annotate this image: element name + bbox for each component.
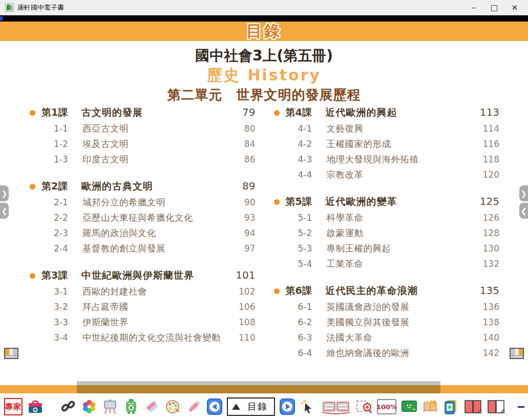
sub-page: 102 (234, 284, 256, 299)
toc-subitem[interactable]: 4-2 王權國家的形成 116 (274, 136, 500, 152)
lesson-page: 125 (478, 195, 499, 207)
sub-title: 王權國家的形成 (327, 136, 478, 152)
toc-lesson-5-link[interactable]: 第5課 近代歐洲的變革 125 (274, 195, 500, 208)
page-corner-right-icon[interactable] (510, 348, 524, 359)
toc-subitem[interactable]: 3-2 拜占庭帝國 106 (30, 299, 256, 314)
page-select-dropdown[interactable]: 目錄 (227, 397, 275, 416)
table-of-contents: 第1課 古文明的發展 79 1-1 西亞古文明 80 1-2 埃及古文明 84 … (30, 106, 499, 373)
toc-lesson-6: 第6課 近代民主的革命浪潮 135 6-1 英國議會政治的發展 136 6-2 … (274, 284, 500, 361)
lesson-number: 第5課 (286, 195, 318, 208)
right-collapse-chevron-icon[interactable]: ❮ (519, 203, 528, 219)
toc-subitem[interactable]: 2-1 城邦分立的希臘文明 90 (30, 195, 256, 210)
one-page-view-icon[interactable] (487, 398, 505, 415)
easel-icon[interactable] (102, 398, 118, 415)
sub-number: 1-2 (54, 136, 74, 152)
toc-column-right: 第4課 近代歐洲的興起 113 4-1 文藝復興 114 4-2 王權國家的形成… (274, 106, 500, 373)
lesson-page: 89 (234, 180, 256, 192)
close-button[interactable]: ✕ (504, 1, 525, 15)
toc-subitem[interactable]: 6-3 法國大革命 140 (274, 330, 500, 345)
toc-subitem[interactable]: 4-4 宗教改革 120 (274, 167, 500, 182)
toc-subitem[interactable]: 5-1 科學革命 126 (274, 210, 500, 225)
toc-subitem[interactable]: 1-2 埃及古文明 84 (30, 136, 256, 152)
toc-subitem[interactable]: 3-4 中世紀後期的文化交流與社會變動 110 (30, 330, 256, 345)
toc-subitem[interactable]: 3-1 西歐的封建社會 102 (30, 284, 256, 299)
lesson-title: 中世紀歐洲與伊斯蘭世界 (81, 269, 234, 282)
toc-subitem[interactable]: 4-3 地理大發現與海外拓殖 118 (274, 152, 500, 167)
marker-icon[interactable] (186, 398, 202, 415)
toolbox-icon[interactable] (27, 398, 44, 415)
sub-number: 5-2 (298, 225, 319, 241)
toc-subitem[interactable]: 1-3 印度古文明 86 (30, 152, 256, 167)
zoom-level-button[interactable]: 100% (377, 399, 396, 414)
toc-subitem[interactable]: 3-3 伊斯蘭世界 108 (30, 314, 256, 330)
lesson-page: 113 (478, 106, 499, 118)
sub-number: 4-2 (298, 136, 319, 152)
sub-number: 1-1 (54, 121, 74, 136)
sub-number: 2-3 (54, 225, 74, 241)
left-collapse-chevron-icon[interactable]: ❮ (0, 203, 9, 219)
maximize-button[interactable]: □ (484, 1, 504, 15)
next-page-button[interactable] (280, 398, 295, 415)
toc-subitem[interactable]: 2-2 亞歷山大東征與希臘化文化 93 (30, 210, 256, 225)
current-page-label: 目錄 (245, 401, 270, 413)
sub-title: 亞歷山大東征與希臘化文化 (82, 210, 234, 225)
zoom-area-icon[interactable] (356, 398, 372, 415)
toc-subitem[interactable]: 2-3 羅馬的政治與文化 94 (30, 225, 256, 241)
toc-lesson-4-link[interactable]: 第4課 近代歐洲的興起 113 (274, 106, 500, 119)
sub-number: 2-1 (54, 195, 74, 210)
toc-lesson-4: 第4課 近代歐洲的興起 113 4-1 文藝復興 114 4-2 王權國家的形成… (274, 106, 500, 182)
open-book-icon[interactable] (321, 398, 351, 415)
sub-number: 4-3 (298, 152, 319, 167)
sub-page: 118 (478, 152, 499, 167)
expert-mode-button[interactable]: 專家 (4, 398, 23, 415)
corner-nib (0, 16, 3, 20)
sub-title: 科學革命 (327, 210, 478, 225)
toc-subitem[interactable]: 4-1 文藝復興 114 (274, 121, 500, 136)
toc-lesson-1-link[interactable]: 第1課 古文明的發展 79 (30, 106, 256, 119)
ebook-stack-icon[interactable] (443, 398, 459, 415)
right-expand-chevron-icon[interactable]: ❯ (519, 185, 528, 201)
bullet-icon (30, 110, 35, 116)
toc-subitem[interactable]: 5-3 專制王權的興起 130 (274, 241, 500, 256)
two-page-view-icon[interactable] (464, 398, 482, 415)
sub-page: 136 (478, 299, 499, 314)
toc-subitem[interactable]: 6-2 美國獨立與其後發展 138 (274, 314, 500, 330)
horizontal-scrollbar-thumb[interactable] (77, 385, 440, 393)
toc-lesson-2-link[interactable]: 第2課 歐洲的古典文明 89 (30, 180, 256, 193)
toolbar-minimize-button[interactable] (515, 400, 527, 413)
sub-page: 93 (234, 210, 256, 225)
toc-subitem[interactable]: 5-2 啟蒙運動 128 (274, 225, 500, 241)
lesson-title: 歐洲的古典文明 (81, 180, 234, 193)
chalkboard-icon[interactable] (401, 398, 417, 415)
toc-lesson-3-link[interactable]: 第3課 中世紀歐洲與伊斯蘭世界 101 (30, 269, 256, 282)
eraser-icon[interactable] (144, 398, 160, 415)
bottom-toolbar: 專家 目錄 (0, 393, 528, 420)
toc-subitem[interactable]: 6-1 英國議會政治的發展 136 (274, 299, 500, 314)
color-wheel-icon[interactable] (81, 398, 97, 415)
workbook-icon[interactable] (422, 398, 438, 415)
toc-subitem[interactable]: 6-4 維也納會議後的歐洲 142 (274, 345, 500, 361)
sub-title: 維也納會議後的歐洲 (327, 345, 478, 361)
lesson-number: 第1課 (41, 106, 73, 119)
dropdown-arrow-icon (232, 404, 240, 410)
sub-title: 印度古文明 (82, 152, 234, 167)
left-expand-chevron-icon[interactable]: ❯ (0, 185, 9, 201)
sub-title: 工業革命 (327, 256, 478, 271)
sub-number: 3-3 (54, 314, 74, 330)
sub-page: 94 (234, 225, 256, 241)
robot-eraser-icon[interactable] (123, 398, 139, 415)
page-corner-left-icon[interactable] (4, 348, 18, 359)
palette-icon[interactable] (165, 398, 181, 415)
prev-page-button[interactable] (207, 398, 222, 415)
horizontal-scrollbar-track[interactable] (77, 381, 440, 385)
pointer-tool-icon[interactable] (300, 398, 316, 415)
bullet-icon (30, 184, 35, 190)
minimize-button[interactable]: – (463, 1, 484, 15)
toc-subitem[interactable]: 1-1 西亞古文明 80 (30, 121, 256, 136)
sub-title: 法國大革命 (327, 330, 478, 345)
toc-subitem[interactable]: 2-4 基督教的創立與發展 97 (30, 241, 256, 256)
link-icon[interactable] (60, 398, 76, 415)
sub-page: 80 (234, 121, 256, 136)
toc-lesson-6-link[interactable]: 第6課 近代民主的革命浪潮 135 (274, 284, 500, 298)
toc-subitem[interactable]: 5-4 工業革命 132 (274, 256, 500, 271)
